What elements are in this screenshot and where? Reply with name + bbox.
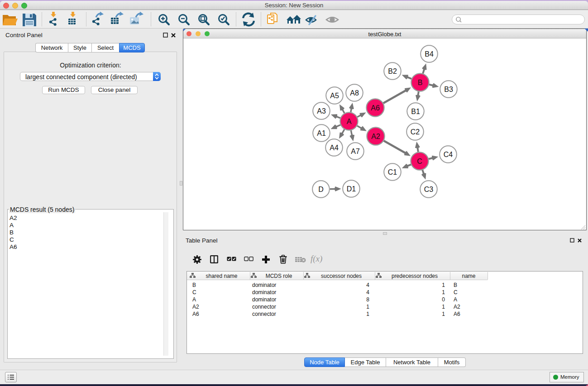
svg-text:A5: A5 bbox=[330, 92, 339, 100]
svg-text:B2: B2 bbox=[388, 67, 397, 75]
svg-text:B4: B4 bbox=[425, 50, 434, 58]
svg-text:D: D bbox=[318, 186, 324, 193]
svg-text:A1: A1 bbox=[317, 129, 326, 137]
svg-text:A8: A8 bbox=[350, 89, 359, 97]
svg-text:A7: A7 bbox=[351, 148, 360, 155]
svg-text:B3: B3 bbox=[444, 86, 453, 93]
svg-text:C3: C3 bbox=[424, 186, 434, 193]
svg-text:D1: D1 bbox=[347, 185, 356, 193]
svg-text:A6: A6 bbox=[371, 104, 380, 112]
svg-text:A4: A4 bbox=[330, 144, 339, 152]
svg-text:A3: A3 bbox=[317, 107, 326, 115]
svg-text:A: A bbox=[347, 118, 352, 125]
svg-text:C4: C4 bbox=[444, 151, 453, 158]
svg-text:C: C bbox=[417, 157, 422, 165]
svg-text:B: B bbox=[418, 79, 423, 86]
svg-text:A2: A2 bbox=[371, 133, 380, 140]
svg-text:C1: C1 bbox=[388, 168, 397, 176]
svg-text:C2: C2 bbox=[411, 128, 420, 136]
svg-text:B1: B1 bbox=[411, 108, 420, 115]
